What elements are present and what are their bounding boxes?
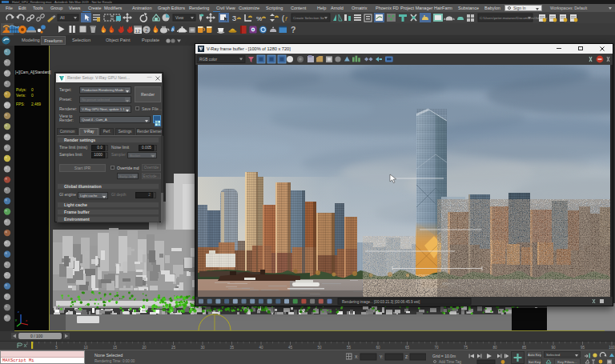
- svg-text:y: y: [15, 318, 17, 322]
- svg-text:100: 100: [609, 346, 615, 350]
- svg-text:Polys:: Polys:: [16, 88, 26, 92]
- svg-text:0 / 100: 0 / 100: [30, 334, 43, 338]
- svg-text:55: 55: [347, 346, 352, 350]
- svg-text:50: 50: [317, 346, 322, 350]
- svg-text:0: 0: [31, 88, 34, 92]
- svg-text:Rendering image... [00:03:21: Rendering image... [00:03:21.3] [00:06:4…: [342, 300, 420, 304]
- svg-text:15: 15: [113, 346, 118, 350]
- svg-text:FPS:: FPS:: [16, 102, 25, 106]
- svg-text:95: 95: [581, 346, 585, 350]
- svg-text:z: z: [18, 310, 19, 314]
- svg-text:70: 70: [434, 346, 439, 350]
- svg-text:40: 40: [259, 346, 263, 350]
- svg-text:2: 2: [145, 27, 148, 33]
- svg-text:80: 80: [492, 346, 497, 350]
- svg-text:90: 90: [551, 346, 556, 350]
- svg-text:Y:: Y:: [380, 354, 383, 359]
- svg-text:(: (: [282, 14, 284, 22]
- svg-text:%: %: [256, 15, 262, 22]
- svg-text:All: All: [60, 15, 65, 20]
- svg-text:45: 45: [288, 346, 293, 350]
- svg-text:2,469: 2,469: [31, 102, 41, 106]
- svg-text:?: ?: [291, 25, 295, 34]
- svg-text:Create Selection Se: Create Selection Se: [293, 16, 325, 20]
- svg-text:65: 65: [405, 346, 410, 350]
- svg-text:25: 25: [171, 346, 176, 350]
- svg-text:Verts:: Verts:: [16, 94, 26, 98]
- svg-text:X:: X:: [355, 354, 359, 359]
- svg-text:[+][Cam_A][Standard]: [+][Cam_A][Standard]: [15, 70, 50, 74]
- svg-text:5: 5: [55, 346, 58, 350]
- svg-text:85: 85: [522, 346, 527, 350]
- svg-text:x: x: [26, 318, 27, 322]
- svg-text:A: A: [171, 27, 175, 32]
- svg-text:20: 20: [142, 346, 147, 350]
- svg-text:Z:: Z:: [405, 354, 408, 359]
- svg-text:View: View: [175, 16, 184, 20]
- svg-text:C:\Users\peter.matanov\Documen: C:\Users\peter.matanov\Documents\3dsMax: [480, 16, 548, 20]
- svg-text:35: 35: [230, 346, 235, 350]
- svg-text:10: 10: [83, 346, 88, 350]
- svg-text:30: 30: [200, 346, 205, 350]
- svg-text:RGB color: RGB color: [199, 58, 218, 62]
- svg-text:60: 60: [376, 346, 380, 350]
- svg-text:3: 3: [232, 14, 236, 22]
- svg-text:12: 12: [135, 29, 141, 34]
- svg-text:0: 0: [31, 94, 34, 98]
- svg-text:75: 75: [464, 346, 468, 350]
